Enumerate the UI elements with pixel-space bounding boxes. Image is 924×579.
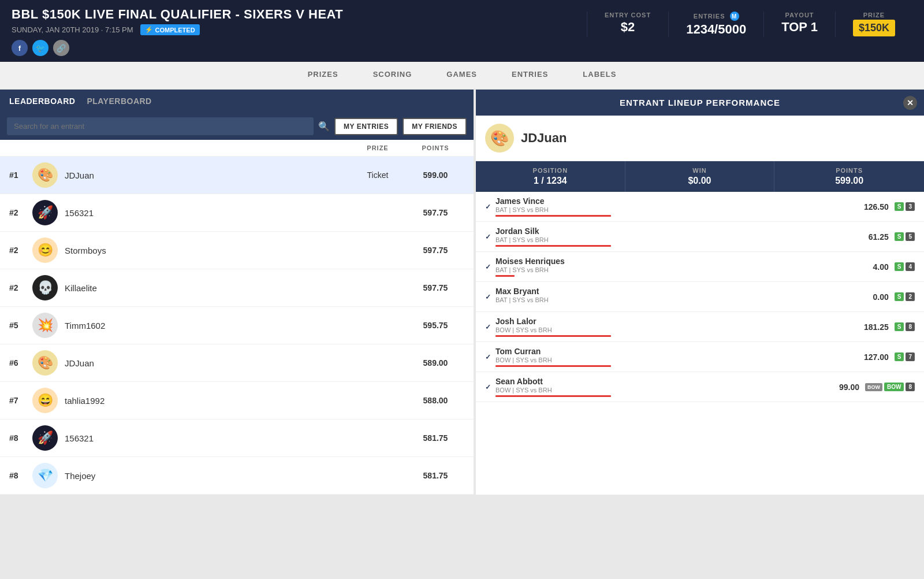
list-item[interactable]: Josh Lalor BOW | SYS vs BRH 181.25 S8 xyxy=(476,312,924,342)
link-icon[interactable]: 🔗 xyxy=(53,40,69,56)
nav-tabs: PRIZES SCORING GAMES ENTRIES LABELS xyxy=(0,62,924,90)
tab-games[interactable]: GAMES xyxy=(446,70,477,81)
list-item[interactable]: Sean Abbott BOW | SYS vs BRH 99.00 BOWBO… xyxy=(476,372,924,402)
header: BBL $150K LIVE FINAL QUALIFIER - SIXERS … xyxy=(0,0,924,62)
position-stat: POSITION 1 / 1234 xyxy=(476,161,625,192)
payout-stat: PAYOUT TOP 1 xyxy=(763,12,835,37)
rank-label: #5 xyxy=(9,321,32,330)
avatar: 💀 xyxy=(32,275,58,300)
table-row[interactable]: #1 🎨 JDJuan Ticket 599.00 xyxy=(0,157,474,194)
avatar: 🎨 xyxy=(32,162,58,188)
table-row[interactable]: #2 💀 Killaelite 597.75 xyxy=(0,269,474,307)
number-badge: 7 xyxy=(906,352,915,361)
player-info: Max Bryant BAT | SYS vs BRH xyxy=(495,287,873,307)
tab-prizes[interactable]: PRIZES xyxy=(308,70,338,81)
score-bar xyxy=(495,365,611,367)
table-row[interactable]: #7 😄 tahlia1992 588.00 xyxy=(0,382,474,420)
rank-label: #2 xyxy=(9,208,32,217)
tab-labels[interactable]: LABELS xyxy=(583,70,616,81)
position-badge: S xyxy=(895,322,904,331)
score-bar xyxy=(495,245,611,247)
player-info: James Vince BAT | SYS vs BRH xyxy=(495,196,864,217)
number-badge: 8 xyxy=(906,383,915,391)
entries-m-badge: M xyxy=(730,12,739,21)
player-score: 0.00 xyxy=(873,292,889,302)
prize-stat: PRIZE $150K xyxy=(835,12,912,37)
list-item[interactable]: James Vince BAT | SYS vs BRH 126.50 S3 xyxy=(476,192,924,222)
position-badge: S xyxy=(895,352,904,361)
bow-badge: BOW xyxy=(865,383,882,391)
table-row[interactable]: #2 😊 Stormboys 597.75 xyxy=(0,232,474,269)
tab-entries[interactable]: ENTRIES xyxy=(512,70,548,81)
entrant-profile: 🎨 JDJuan xyxy=(476,116,924,161)
avatar: 😄 xyxy=(32,388,58,413)
points-value: 597.75 xyxy=(407,283,464,292)
search-button[interactable]: 🔍 xyxy=(318,121,330,132)
avatar: 😊 xyxy=(32,237,58,263)
entrant-name-label: tahlia1992 xyxy=(65,396,349,406)
player-meta: BAT | SYS vs BRH xyxy=(495,266,873,273)
player-info: Tom Curran BOW | SYS vs BRH xyxy=(495,347,864,367)
number-badge: 4 xyxy=(906,262,915,271)
player-score: 4.00 xyxy=(873,262,889,272)
entrant-name-label: JDJuan xyxy=(65,358,349,368)
search-input[interactable] xyxy=(7,117,314,135)
entrant-name-label: Thejoey xyxy=(65,471,349,481)
my-entries-button[interactable]: MY ENTRIES xyxy=(334,118,398,135)
position-badge: S xyxy=(895,262,904,271)
list-item[interactable]: Max Bryant BAT | SYS vs BRH 0.00 S2 xyxy=(476,282,924,312)
entrant-name-label: 156321 xyxy=(65,433,349,443)
prize-col-header: PRIZE xyxy=(349,144,407,151)
avatar: 🚀 xyxy=(32,200,58,225)
player-score: 99.00 xyxy=(839,383,859,392)
player-info: Sean Abbott BOW | SYS vs BRH xyxy=(495,377,839,397)
player-name: Josh Lalor xyxy=(495,317,864,326)
position-badge: S xyxy=(895,232,904,241)
player-meta: BOW | SYS vs BRH xyxy=(495,326,864,333)
table-row[interactable]: #6 🎨 JDJuan 589.00 xyxy=(0,344,474,382)
player-meta: BOW | SYS vs BRH xyxy=(495,387,839,394)
tab-scoring[interactable]: SCORING xyxy=(373,70,412,81)
performance-stats: POSITION 1 / 1234 WIN $0.00 POINTS 599.0… xyxy=(476,161,924,192)
position-badge: BOW xyxy=(884,383,904,391)
number-badge: 8 xyxy=(906,322,915,331)
player-info: Josh Lalor BOW | SYS vs BRH xyxy=(495,317,864,337)
leaderboard-tab[interactable]: LEADERBOARD xyxy=(9,96,87,106)
player-name: Sean Abbott xyxy=(495,377,839,386)
main-content: LEADERBOARD PLAYERBOARD 🔍 MY ENTRIES MY … xyxy=(0,90,924,495)
avatar: 🎨 xyxy=(32,350,58,376)
player-name: Max Bryant xyxy=(495,287,873,296)
points-value: 599.00 xyxy=(407,170,464,180)
list-item[interactable]: Jordan Silk BAT | SYS vs BRH 61.25 S5 xyxy=(476,222,924,252)
twitter-icon[interactable]: 🐦 xyxy=(32,40,49,56)
points-stat: POINTS 599.00 xyxy=(774,161,924,192)
player-name: Jordan Silk xyxy=(495,227,869,236)
points-value: 581.75 xyxy=(407,471,464,480)
entrant-lineup-panel: ENTRANT LINEUP PERFORMANCE ✕ 🎨 JDJuan PO… xyxy=(476,90,924,495)
my-friends-button[interactable]: MY FRIENDS xyxy=(403,118,467,135)
player-badges: S4 xyxy=(895,262,915,271)
list-item[interactable]: Tom Curran BOW | SYS vs BRH 127.00 S7 xyxy=(476,342,924,372)
list-item[interactable]: Moises Henriques BAT | SYS vs BRH 4.00 S… xyxy=(476,252,924,282)
table-row[interactable]: #8 💎 Thejoey 581.75 xyxy=(0,457,474,495)
player-name: James Vince xyxy=(495,196,864,206)
close-button[interactable]: ✕ xyxy=(903,96,917,110)
player-meta: BAT | SYS vs BRH xyxy=(495,236,869,243)
prize-value: Ticket xyxy=(349,170,407,180)
table-row[interactable]: #5 💥 Timm1602 595.75 xyxy=(0,307,474,344)
leaderboard-panel: LEADERBOARD PLAYERBOARD 🔍 MY ENTRIES MY … xyxy=(0,90,474,495)
entrant-name-label: Killaelite xyxy=(65,283,349,293)
score-bar xyxy=(495,395,611,397)
playerboard-tab[interactable]: PLAYERBOARD xyxy=(87,96,163,106)
avatar: 💥 xyxy=(32,313,58,338)
table-row[interactable]: #8 🚀 156321 581.75 xyxy=(0,420,474,457)
rank-label: #7 xyxy=(9,396,32,405)
facebook-icon[interactable]: f xyxy=(12,40,28,56)
entrant-name-label: Timm1602 xyxy=(65,321,349,331)
number-badge: 2 xyxy=(906,292,915,301)
entrant-name-label: JDJuan xyxy=(65,170,349,180)
table-row[interactable]: #2 🚀 156321 597.75 xyxy=(0,194,474,232)
rank-label: #2 xyxy=(9,246,32,255)
player-meta: BAT | SYS vs BRH xyxy=(495,296,873,303)
player-badges: S7 xyxy=(895,352,915,361)
